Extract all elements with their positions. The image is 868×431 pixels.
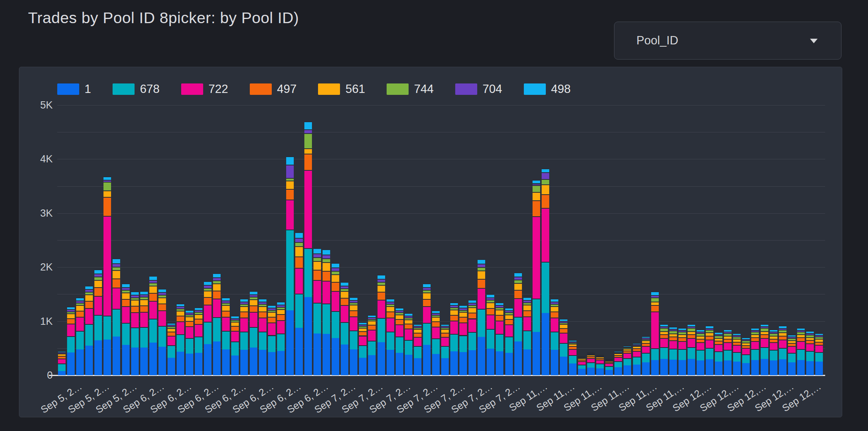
bar-segment-561[interactable] [660,331,668,335]
bar-segment-561[interactable] [332,274,339,282]
bar-segment-678[interactable] [405,340,412,355]
bar-segment-1[interactable] [85,346,93,375]
bar-segment-704[interactable] [642,338,650,339]
bar-segment-704[interactable] [587,353,595,354]
bar-segment-561[interactable] [350,305,357,310]
bar-segment-704[interactable] [660,326,668,328]
bar-segment-744[interactable] [195,312,202,314]
stacked-bar[interactable] [341,282,348,375]
bar-segment-744[interactable] [177,308,184,311]
bar-segment-497[interactable] [432,321,440,327]
bar-segment-722[interactable] [587,358,595,362]
bar-segment-498[interactable] [149,276,157,280]
bar-segment-561[interactable] [149,286,157,293]
bar-segment-722[interactable] [779,340,787,348]
bar-segment-704[interactable] [168,325,175,326]
bar-segment-722[interactable] [85,308,93,324]
bar-segment-498[interactable] [770,329,777,332]
bar-segment-1[interactable] [450,351,458,375]
bar-segment-561[interactable] [678,334,686,337]
bar-segment-1[interactable] [761,359,768,375]
bar-segment-497[interactable] [122,299,130,306]
bar-segment-744[interactable] [350,302,357,305]
bar-segment-722[interactable] [815,345,823,352]
bar-segment-722[interactable] [697,342,704,350]
bar-segment-678[interactable] [542,262,549,313]
stacked-bar[interactable] [669,327,677,375]
bar-segment-561[interactable] [432,317,440,321]
bar-segment-498[interactable] [715,332,722,334]
bar-segment-722[interactable] [359,336,367,345]
bar-segment-561[interactable] [103,190,111,197]
bar-segment-561[interactable] [587,355,595,356]
bar-segment-497[interactable] [240,311,248,318]
bar-segment-498[interactable] [533,180,540,184]
bar-segment-498[interactable] [240,299,248,302]
bar-segment-498[interactable] [432,310,440,313]
bar-segment-704[interactable] [259,302,266,304]
bar-segment-561[interactable] [815,339,823,341]
bar-segment-704[interactable] [560,321,567,322]
bar-segment-561[interactable] [158,297,166,304]
bar-segment-678[interactable] [168,345,175,358]
stacked-bar[interactable] [103,176,111,375]
bar-segment-678[interactable] [85,324,93,346]
bar-segment-722[interactable] [432,327,440,338]
bar-segment-678[interactable] [441,346,449,358]
bar-segment-744[interactable] [149,283,157,286]
bar-segment-498[interactable] [378,275,385,279]
stacked-bar[interactable] [806,331,814,375]
bar-segment-561[interactable] [240,306,248,311]
bar-segment-678[interactable] [286,230,294,311]
bar-segment-678[interactable] [341,322,348,344]
stacked-bar[interactable] [523,297,531,375]
stacked-bar[interactable] [414,324,421,375]
bar-segment-678[interactable] [222,331,230,349]
bar-segment-561[interactable] [669,333,677,337]
bar-segment-497[interactable] [751,337,759,341]
stacked-bar[interactable] [614,351,622,375]
bar-segment-561[interactable] [496,310,503,315]
bar-segment-497[interactable] [268,317,276,322]
stacked-bar[interactable] [286,156,294,375]
bar-segment-744[interactable] [295,242,303,246]
bar-segment-498[interactable] [67,307,75,309]
bar-segment-678[interactable] [715,351,722,361]
bar-segment-497[interactable] [697,339,704,342]
stacked-bar[interactable] [761,324,768,375]
bar-segment-497[interactable] [259,311,266,318]
bar-segment-498[interactable] [633,343,641,344]
bar-segment-678[interactable] [678,349,686,360]
bar-segment-561[interactable] [387,306,394,311]
bar-segment-704[interactable] [569,341,577,343]
bar-segment-498[interactable] [76,297,84,300]
bar-segment-678[interactable] [122,323,130,345]
bar-segment-498[interactable] [551,299,558,302]
stacked-bar[interactable] [660,324,668,375]
bar-segment-561[interactable] [204,291,212,297]
bar-segment-561[interactable] [523,305,531,310]
bar-segment-561[interactable] [259,306,266,311]
bar-segment-744[interactable] [770,333,777,336]
bar-segment-678[interactable] [94,315,102,340]
bar-segment-498[interactable] [523,297,531,300]
bar-segment-498[interactable] [131,291,139,295]
stacked-bar[interactable] [277,302,285,375]
bar-segment-722[interactable] [642,346,650,353]
bar-segment-678[interactable] [149,319,157,343]
bar-segment-704[interactable] [468,303,476,305]
bar-segment-722[interactable] [688,338,695,347]
bar-segment-561[interactable] [368,321,376,325]
bar-segment-497[interactable] [405,324,412,329]
bar-segment-1[interactable] [432,354,440,375]
bar-segment-498[interactable] [468,300,476,303]
bar-segment-722[interactable] [323,281,330,304]
bar-segment-1[interactable] [596,368,604,375]
bar-segment-722[interactable] [806,343,814,351]
bar-segment-744[interactable] [523,302,531,305]
bar-segment-678[interactable] [103,316,111,340]
bar-segment-722[interactable] [678,341,686,349]
bar-segment-744[interactable] [569,343,577,344]
bar-segment-561[interactable] [323,262,330,271]
bar-segment-722[interactable] [122,306,130,323]
